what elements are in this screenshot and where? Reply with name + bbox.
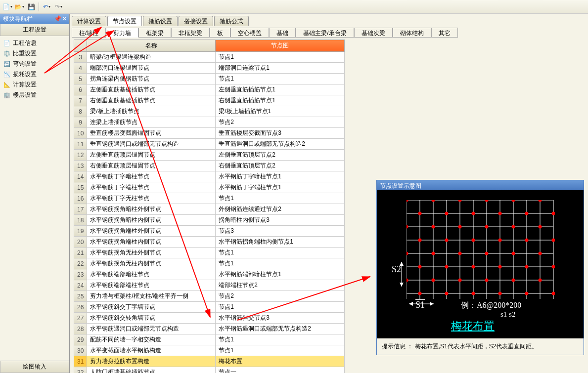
table-row[interactable]: 20水平钢筋拐角端柱内侧节点水平钢筋拐角端柱内侧节点1 <box>74 237 345 248</box>
label-link[interactable]: 梅花布置 <box>451 319 495 333</box>
table-row[interactable]: 15水平钢筋丁字端柱节点水平钢筋丁字端柱节点1 <box>74 182 345 193</box>
cell-node[interactable]: 右侧垂直筋插筋节点1 <box>216 95 345 106</box>
table-row[interactable]: 4端部洞口连梁锚固节点端部洞口连梁节点1 <box>74 63 345 74</box>
top-tab[interactable]: 计算设置 <box>72 16 106 26</box>
cell-node[interactable]: 端部洞口连梁节点1 <box>216 63 345 74</box>
cell-node[interactable]: 外侧钢筋连续通过节点2 <box>216 204 345 215</box>
nav-item[interactable]: 🏢楼层设置 <box>1 90 68 100</box>
cell-name[interactable]: 水平钢筋拐角无柱外侧节点 <box>87 248 216 258</box>
cell-node[interactable]: 水平钢筋遇洞口或端部无节点构造2 <box>216 324 345 334</box>
sub-tab[interactable]: 砌体结构 <box>393 28 431 38</box>
cell-node[interactable]: 节点2 <box>216 117 345 128</box>
open-button[interactable]: 📂▾ <box>14 1 25 12</box>
cell-node[interactable]: 节点1 <box>216 258 345 269</box>
cell-node[interactable]: 节点1 <box>216 302 345 313</box>
table-row[interactable]: 27水平钢筋斜交转角墙节点水平钢筋斜交节点3 <box>74 313 345 324</box>
save-button[interactable]: 💾 <box>26 1 37 12</box>
cell-node[interactable]: 节点1 <box>216 345 345 356</box>
cell-name[interactable]: 垂直筋楼层变截面锚固节点 <box>87 128 216 139</box>
cell-name[interactable]: 端部洞口连梁锚固节点 <box>87 63 216 74</box>
sub-tab[interactable]: 框架梁 <box>138 28 171 38</box>
cell-name[interactable]: 水平钢筋拐角暗柱内侧节点 <box>87 215 216 226</box>
cell-node[interactable]: 左侧垂直筋插筋节点1 <box>216 84 345 95</box>
cell-node[interactable]: 左侧垂直筋顶层节点2 <box>216 150 345 161</box>
table-row[interactable]: 14水平钢筋丁字暗柱节点水平钢筋丁字暗柱节点1 <box>74 171 345 182</box>
cell-name[interactable]: 水平钢筋丁字无柱节点 <box>87 193 216 204</box>
table-row[interactable]: 6左侧垂直筋基础插筋节点左侧垂直筋插筋节点1 <box>74 84 345 95</box>
table-row[interactable]: 9连梁上墙插筋节点节点2 <box>74 117 345 128</box>
cell-name[interactable]: 暗梁/边框梁遇连梁构造 <box>87 52 216 63</box>
table-row[interactable]: 7右侧垂直筋基础插筋节点右侧垂直筋插筋节点1 <box>74 95 345 106</box>
cell-node[interactable]: 拐角暗柱内侧节点3 <box>216 215 345 226</box>
cell-node[interactable]: 节点2 <box>216 291 345 302</box>
cell-name[interactable]: 右侧垂直筋基础插筋节点 <box>87 95 216 106</box>
cell-name[interactable]: 水平钢筋丁字暗柱节点 <box>87 171 216 182</box>
cell-name[interactable]: 水平钢筋拐角无柱内侧节点 <box>87 258 216 269</box>
cell-node[interactable]: 节点1 <box>216 52 345 63</box>
cell-node[interactable]: 梁/板上墙插筋节点1 <box>216 106 345 117</box>
table-row[interactable]: 5拐角连梁内侧钢筋节点节点1 <box>74 74 345 84</box>
cell-node[interactable]: 节点一 <box>216 367 345 373</box>
nav-item[interactable]: ⚖️比重设置 <box>1 48 68 59</box>
cell-node[interactable]: 端部端柱节点2 <box>216 280 345 291</box>
table-row[interactable]: 13右侧垂直筋顶层锚固节点右侧垂直筋顶层节点2 <box>74 161 345 171</box>
cell-node[interactable]: 水平钢筋端部暗柱节点1 <box>216 269 345 280</box>
cell-node[interactable]: 水平钢筋丁字端柱节点1 <box>216 182 345 193</box>
table-row[interactable]: 16水平钢筋丁字无柱节点节点1 <box>74 193 345 204</box>
nav-item[interactable]: 📐计算设置 <box>1 80 68 90</box>
table-row[interactable]: 31剪力墙身拉筋布置构造梅花布置 <box>74 356 345 367</box>
sub-tab[interactable]: 空心楼盖 <box>230 28 269 38</box>
table-row[interactable]: 32人防门框墙基础插筋节点节点一 <box>74 367 345 373</box>
new-file-button[interactable]: 📄▾ <box>2 1 13 12</box>
table-row[interactable]: 24水平钢筋端部端柱节点端部端柱节点2 <box>74 280 345 291</box>
table-row[interactable]: 12左侧垂直筋顶层锚固节点左侧垂直筋顶层节点2 <box>74 150 345 161</box>
cell-name[interactable]: 剪力墙与框架柱/框支柱/端柱平齐一侧 <box>87 291 216 302</box>
table-row[interactable]: 19水平钢筋拐角端柱外侧节点节点3 <box>74 226 345 237</box>
cell-name[interactable]: 垂直钢筋遇洞口或端部无节点构造 <box>87 139 216 150</box>
cell-node[interactable]: 节点1 <box>216 74 345 84</box>
table-row[interactable]: 25剪力墙与框架柱/框支柱/端柱平齐一侧节点2 <box>74 291 345 302</box>
cell-name[interactable]: 配筋不同的墙一字相交构造 <box>87 334 216 345</box>
table-row[interactable]: 8梁/板上墙插筋节点梁/板上墙插筋节点1 <box>74 106 345 117</box>
close-icon[interactable]: × <box>63 15 66 22</box>
cell-name[interactable]: 水平钢筋遇洞口或端部无节点构造 <box>87 324 216 334</box>
cell-name[interactable]: 左侧垂直筋基础插筋节点 <box>87 84 216 95</box>
table-row[interactable]: 17水平钢筋拐角暗柱外侧节点外侧钢筋连续通过节点2 <box>74 204 345 215</box>
top-tab[interactable]: 节点设置 <box>107 16 142 26</box>
cell-node[interactable]: 节点1 <box>216 334 345 345</box>
table-row[interactable]: 28水平钢筋遇洞口或端部无节点构造水平钢筋遇洞口或端部无节点构造2 <box>74 324 345 334</box>
cell-node[interactable]: 节点3 <box>216 226 345 237</box>
table-row[interactable]: 26水平钢筋斜交丁字墙节点节点1 <box>74 302 345 313</box>
pin-icon[interactable]: 📌 <box>54 15 61 22</box>
cell-name[interactable]: 水平钢筋拐角端柱内侧节点 <box>87 237 216 248</box>
cell-node[interactable]: 节点1 <box>216 248 345 258</box>
section-project-settings[interactable]: 工程设置 <box>0 24 69 36</box>
cell-name[interactable]: 右侧垂直筋顶层锚固节点 <box>87 161 216 171</box>
nav-item[interactable]: ↩️弯钩设置 <box>1 59 68 69</box>
cell-name[interactable]: 左侧垂直筋顶层锚固节点 <box>87 150 216 161</box>
table-row[interactable]: 22水平钢筋拐角无柱内侧节点节点1 <box>74 258 345 269</box>
cell-name[interactable]: 水平钢筋丁字端柱节点 <box>87 182 216 193</box>
cell-name[interactable]: 水平变截面墙水平钢筋构造 <box>87 345 216 356</box>
cell-name[interactable]: 水平钢筋拐角端柱外侧节点 <box>87 226 216 237</box>
cell-node[interactable]: 水平钢筋丁字暗柱节点1 <box>216 171 345 182</box>
sub-tab[interactable]: 基础 <box>269 28 296 38</box>
cell-name[interactable]: 水平钢筋斜交丁字墙节点 <box>87 302 216 313</box>
redo-button[interactable]: ↷▾ <box>53 1 64 12</box>
table-row[interactable]: 3暗梁/边框梁遇连梁构造节点1 <box>74 52 345 63</box>
table-row[interactable]: 23水平钢筋端部暗柱节点水平钢筋端部暗柱节点1 <box>74 269 345 280</box>
table-row[interactable]: 18水平钢筋拐角暗柱内侧节点拐角暗柱内侧节点3 <box>74 215 345 226</box>
sub-tab[interactable]: 基础主梁/承台梁 <box>296 28 354 38</box>
top-tab[interactable]: 搭接设置 <box>179 16 213 26</box>
cell-name[interactable]: 连梁上墙插筋节点 <box>87 117 216 128</box>
cell-node[interactable]: 水平钢筋斜交节点3 <box>216 313 345 324</box>
sub-tab[interactable]: 其它 <box>431 28 458 38</box>
undo-button[interactable]: ↶▾ <box>41 1 52 12</box>
table-row[interactable]: 30水平变截面墙水平钢筋构造节点1 <box>74 345 345 356</box>
cell-node[interactable]: 水平钢筋拐角端柱内侧节点1 <box>216 237 345 248</box>
cell-node[interactable]: 梅花布置 <box>216 356 345 367</box>
top-tab[interactable]: 箍筋公式 <box>214 16 249 26</box>
table-row[interactable]: 10垂直筋楼层变截面锚固节点垂直筋楼层变截面节点3 <box>74 128 345 139</box>
cell-node[interactable]: 节点1 <box>216 193 345 204</box>
sub-tab[interactable]: 板 <box>210 28 230 38</box>
